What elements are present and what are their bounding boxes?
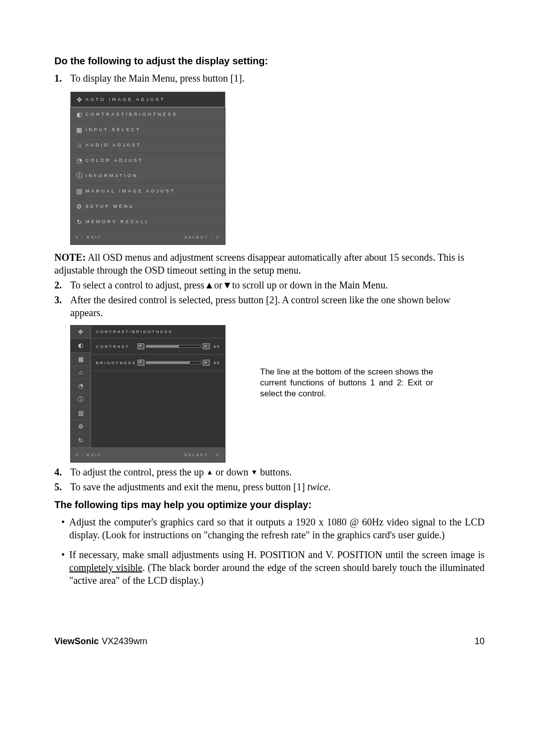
- osd1-footer-right: SELECT : 2: [184, 235, 220, 239]
- down-button-2: ▼: [137, 360, 144, 366]
- audio-icon: ♫: [75, 142, 86, 149]
- footer-brand: ViewSonic: [54, 636, 99, 646]
- osd1-item-1: CONTRAST/BRIGHTNESS: [86, 112, 178, 117]
- step-5-text: To save the adjustments and exit the men…: [70, 481, 331, 492]
- contrast-label: CONTRAST: [96, 344, 135, 349]
- down-button: ▼: [137, 343, 144, 349]
- section-heading-1: Do the following to adjust the display s…: [54, 55, 485, 67]
- osd1-item-2: INPUT SELECT: [86, 127, 141, 132]
- icon2-6: ▧: [71, 407, 90, 420]
- icon2-2: ▦: [71, 353, 90, 366]
- callout-line: [190, 371, 225, 372]
- auto-image-icon: ✥: [75, 96, 86, 103]
- tip-1: Adjust the computer's graphics card so t…: [54, 516, 485, 541]
- step-2-text: To select a control to adjust, press▲or▼…: [70, 280, 388, 290]
- up-button-2: ▲: [203, 360, 210, 366]
- info-icon: ⓘ: [75, 171, 86, 180]
- contrast-value: 60: [211, 344, 220, 349]
- section-heading-2: The following tips may help you optimize…: [54, 499, 485, 511]
- contrast-icon: ◐: [75, 111, 86, 118]
- osd1-item-8: MEMORY RECALL: [86, 219, 150, 224]
- icon2-5: ⓘ: [71, 393, 90, 407]
- osd-main-menu: ✥AUTO IMAGE ADJUST ◐CONTRAST/BRIGHTNESS …: [70, 92, 225, 245]
- osd1-item-4: COLOR ADJUST: [86, 158, 143, 163]
- osd1-item-7: SETUP MENU: [86, 204, 134, 209]
- osd1-item-6: MANUAL IMAGE ADJUST: [86, 189, 176, 193]
- icon2-1: ◐: [71, 339, 90, 352]
- color-icon: ◔: [75, 157, 86, 164]
- osd-control-screen: ✥ ◐ ▦ ♫ ◔ ⓘ ▧ ⚙ ↻ CONTRAST/BRIGHTNESS CO…: [70, 325, 225, 463]
- osd1-item-3: AUDIO ADJUST: [86, 142, 142, 147]
- osd2-footer-left: 1 : EXIT: [76, 453, 102, 457]
- recall-icon: ↻: [75, 218, 86, 226]
- brightness-label: BRIGHTNESS: [96, 361, 135, 365]
- osd2-footer-right: SELECT : 2: [184, 453, 220, 457]
- icon2-0: ✥: [71, 326, 90, 339]
- steps-list-b: 2.To select a control to adjust, press▲o…: [54, 279, 485, 319]
- footer-page-number: 10: [475, 636, 485, 647]
- step-3-text: After the desired control is selected, p…: [70, 294, 450, 318]
- osd2-title: CONTRAST/BRIGHTNESS: [91, 326, 225, 338]
- page-footer: ViewSonicVX2439wm 10: [54, 636, 485, 647]
- steps-list-c: 4.To adjust the control, press the up ▲ …: [54, 466, 485, 493]
- icon2-7: ⚙: [71, 420, 90, 433]
- osd1-footer-left: 1 : EXIT: [76, 235, 102, 239]
- steps-list-a: 1.To display the Main Menu, press button…: [54, 72, 485, 85]
- tips-list: Adjust the computer's graphics card so t…: [54, 516, 485, 587]
- step-1-text: To display the Main Menu, press button […: [70, 73, 244, 84]
- callout-text: The line at the bottom of the screen sho…: [260, 367, 433, 399]
- footer-model: VX2439wm: [102, 636, 147, 646]
- icon2-3: ♫: [71, 366, 90, 379]
- note-line: NOTE: All OSD menus and adjustment scree…: [54, 251, 485, 277]
- icon2-8: ↻: [71, 434, 90, 447]
- brightness-value: 80: [211, 361, 220, 365]
- manual-icon: ▧: [75, 188, 86, 195]
- icon2-4: ◔: [71, 379, 90, 393]
- tip-2: If necessary, make small adjustments usi…: [54, 548, 485, 587]
- osd1-item-0: AUTO IMAGE ADJUST: [86, 97, 165, 102]
- input-icon: ▦: [75, 126, 86, 134]
- setup-icon: ⚙: [75, 203, 86, 210]
- up-button: ▲: [203, 343, 210, 349]
- step-4-text: To adjust the control, press the up ▲ or…: [70, 467, 292, 477]
- osd1-item-5: INFORMATION: [86, 173, 138, 178]
